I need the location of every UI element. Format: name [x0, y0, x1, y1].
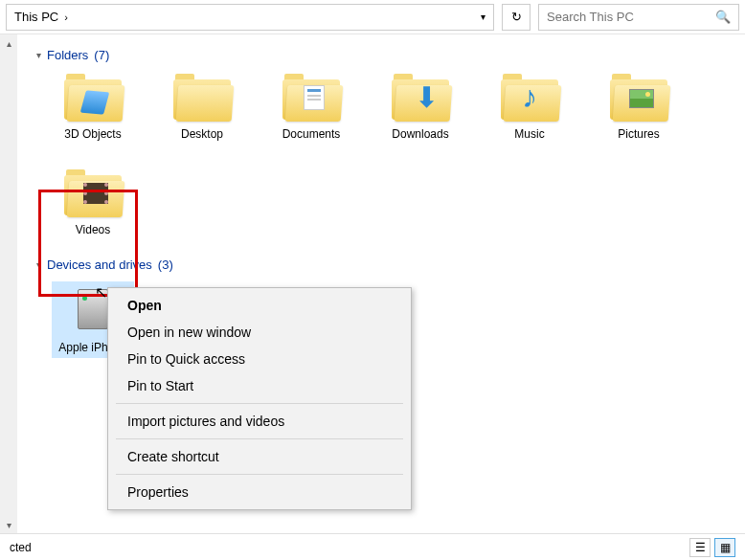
document-icon — [304, 85, 325, 110]
section-folders-title: Folders — [47, 48, 88, 62]
search-icon[interactable]: 🔍 — [715, 10, 731, 24]
folder-label: Pictures — [598, 127, 680, 141]
search-box[interactable]: 🔍 — [538, 4, 739, 31]
section-devices-header[interactable]: ▾ Devices and drives (3) — [36, 258, 726, 272]
folder-downloads[interactable]: ⬇ Downloads — [379, 72, 462, 141]
chevron-down-icon[interactable]: ▾ — [481, 11, 485, 22]
folder-3d-objects[interactable]: 3D Objects — [52, 72, 134, 141]
section-folders-count: (7) — [94, 48, 109, 62]
folder-label: Desktop — [161, 127, 243, 141]
section-devices-count: (3) — [158, 258, 173, 272]
folder-label: Videos — [52, 223, 134, 236]
download-arrow-icon: ⬇ — [415, 83, 439, 112]
view-icons-button[interactable]: ▦ — [714, 538, 735, 557]
menu-separator — [116, 403, 403, 404]
refresh-button[interactable]: ↻ — [502, 4, 531, 31]
section-devices-title: Devices and drives — [47, 258, 152, 272]
menu-pin-start[interactable]: Pin to Start — [108, 372, 411, 399]
menu-pin-quick-access[interactable]: Pin to Quick access — [108, 346, 411, 372]
folder-music[interactable]: ♪ Music — [488, 72, 571, 141]
scroll-up-icon[interactable]: ▴ — [0, 34, 17, 52]
menu-import-pictures-videos[interactable]: Import pictures and videos — [108, 408, 411, 435]
view-details-button[interactable]: ☰ — [689, 538, 711, 557]
folders-grid: 3D Objects Desktop Documents — [36, 72, 726, 236]
music-note-icon: ♪ — [522, 81, 537, 112]
folder-label: Downloads — [379, 127, 462, 141]
context-menu: Open Open in new window Pin to Quick acc… — [107, 287, 412, 510]
folder-documents[interactable]: Documents — [270, 72, 352, 141]
menu-properties[interactable]: Properties — [108, 479, 411, 505]
folder-pictures[interactable]: Pictures — [598, 72, 680, 141]
search-input[interactable] — [547, 10, 715, 24]
menu-create-shortcut[interactable]: Create shortcut — [108, 443, 411, 470]
menu-separator — [116, 438, 403, 439]
status-bar: cted ☰ ▦ — [0, 533, 745, 560]
film-icon — [83, 183, 108, 204]
chevron-down-icon: ▾ — [36, 259, 41, 270]
device-tower-icon — [78, 289, 108, 329]
refresh-icon: ↻ — [511, 10, 522, 24]
nav-scrollbar[interactable]: ▴ ▾ — [0, 34, 17, 533]
folder-desktop[interactable]: Desktop — [161, 72, 243, 141]
folder-videos[interactable]: Videos — [52, 168, 134, 236]
menu-separator — [116, 474, 403, 475]
details-view-icon: ☰ — [695, 541, 706, 554]
address-bar: This PC › ▾ ↻ 🔍 — [0, 0, 745, 34]
folder-label: 3D Objects — [52, 127, 134, 141]
status-text: cted — [10, 541, 32, 554]
chevron-down-icon: ▾ — [36, 50, 41, 60]
chevron-right-icon[interactable]: › — [64, 11, 68, 23]
breadcrumb-location[interactable]: This PC — [14, 10, 58, 24]
menu-open[interactable]: Open — [108, 292, 411, 319]
picture-icon — [629, 89, 654, 108]
section-folders-header[interactable]: ▾ Folders (7) — [36, 48, 726, 62]
icons-view-icon: ▦ — [720, 541, 731, 554]
folder-label: Music — [488, 127, 571, 141]
breadcrumb[interactable]: This PC › ▾ — [6, 4, 494, 31]
menu-open-new-window[interactable]: Open in new window — [108, 319, 411, 346]
folder-label: Documents — [270, 127, 352, 141]
scroll-down-icon[interactable]: ▾ — [0, 516, 17, 533]
